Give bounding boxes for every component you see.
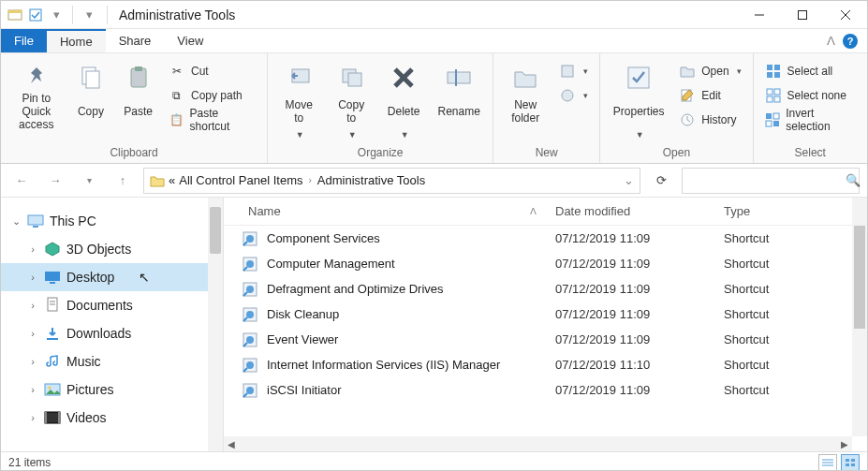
- new-folder-button[interactable]: New folder: [501, 57, 550, 126]
- up-button[interactable]: ↑: [110, 168, 136, 194]
- paste-shortcut-button[interactable]: 📋Paste shortcut: [165, 110, 259, 130]
- caret-down-icon[interactable]: ⌄: [10, 215, 22, 228]
- file-type: Shortcut: [724, 332, 867, 346]
- maximize-button[interactable]: [781, 1, 824, 29]
- svg-rect-16: [448, 72, 470, 83]
- svg-rect-34: [773, 121, 779, 126]
- file-name: Internet Information Services (IIS) Mana…: [267, 358, 555, 372]
- select-all-button[interactable]: Select all: [761, 61, 860, 81]
- svg-point-53: [246, 286, 254, 293]
- file-row[interactable]: Computer Management07/12/2019 11:09Short…: [224, 251, 867, 276]
- tab-share[interactable]: Share: [106, 29, 165, 52]
- column-name[interactable]: Name: [248, 204, 281, 218]
- breadcrumb[interactable]: « All Control Panel Items› Administrativ…: [143, 168, 640, 194]
- file-row[interactable]: Defragment and Optimize Drives07/12/2019…: [224, 276, 867, 302]
- breadcrumb-dropdown-icon[interactable]: ⌄: [624, 173, 634, 187]
- download-icon: [44, 325, 61, 342]
- this-pc-icon: [27, 213, 44, 229]
- paste-shortcut-icon: 📋: [169, 111, 184, 128]
- delete-button[interactable]: Delete▼: [380, 57, 427, 140]
- breadcrumb-parent[interactable]: All Control Panel Items: [179, 173, 302, 187]
- scissors-icon: ✂: [169, 63, 185, 80]
- cut-button[interactable]: ✂Cut: [165, 61, 259, 81]
- tree-scrollbar[interactable]: [208, 198, 223, 451]
- chevron-right-icon[interactable]: ›: [306, 175, 313, 185]
- breadcrumb-overflow[interactable]: «: [169, 173, 175, 187]
- file-row[interactable]: Event Viewer07/12/2019 11:09Shortcut: [224, 327, 867, 352]
- caret-right-icon[interactable]: ›: [27, 272, 38, 283]
- search-input[interactable]: [688, 173, 846, 187]
- file-type: Shortcut: [724, 383, 867, 397]
- tree-item-videos[interactable]: ›Videos: [1, 404, 223, 432]
- tab-home[interactable]: Home: [47, 29, 106, 52]
- easy-access-button[interactable]: ▾: [555, 85, 592, 106]
- tab-view[interactable]: View: [164, 29, 216, 52]
- copy-button[interactable]: Copy: [70, 57, 112, 126]
- list-vscrollbar[interactable]: [852, 198, 867, 436]
- copy-to-button[interactable]: Copy to▼: [328, 57, 375, 140]
- tree-item-3d-objects[interactable]: ›3D Objects: [1, 235, 223, 263]
- tree-item-documents[interactable]: ›Documents: [1, 291, 223, 319]
- file-date: 07/12/2019 11:09: [555, 257, 724, 271]
- select-none-button[interactable]: Select none: [761, 85, 860, 106]
- group-label-select: Select: [761, 144, 860, 163]
- rename-button[interactable]: Rename: [433, 57, 485, 126]
- tab-file[interactable]: File: [1, 29, 47, 52]
- file-row[interactable]: Internet Information Services (IIS) Mana…: [224, 352, 867, 377]
- tree-this-pc[interactable]: ⌄ This PC: [1, 207, 223, 235]
- qat-dropdown-icon[interactable]: ▾: [48, 7, 65, 23]
- caret-right-icon[interactable]: ›: [27, 300, 38, 311]
- caret-right-icon[interactable]: ›: [27, 243, 38, 255]
- new-item-button[interactable]: ▾: [555, 61, 592, 81]
- caret-right-icon[interactable]: ›: [27, 356, 38, 367]
- move-to-button[interactable]: Move to▼: [275, 57, 322, 140]
- properties-button[interactable]: Properties▼: [608, 57, 669, 140]
- copy-path-button[interactable]: ⧉Copy path: [165, 85, 259, 106]
- details-view-button[interactable]: [818, 454, 837, 471]
- search-icon[interactable]: 🔍: [846, 173, 861, 187]
- search-box[interactable]: 🔍: [682, 168, 860, 194]
- file-date: 07/12/2019 11:09: [555, 231, 724, 245]
- history-button[interactable]: History: [675, 110, 744, 130]
- open-button[interactable]: Open▾: [675, 61, 744, 81]
- tree-item-label: 3D Objects: [66, 242, 131, 257]
- collapse-ribbon-icon[interactable]: ᐱ: [827, 34, 835, 48]
- tree-item-music[interactable]: ›Music: [1, 347, 223, 375]
- file-list: Nameᐱ Date modified Type Component Servi…: [224, 198, 867, 451]
- caret-right-icon[interactable]: ›: [27, 328, 38, 339]
- svg-rect-28: [774, 89, 780, 95]
- column-date[interactable]: Date modified: [555, 204, 724, 218]
- minimize-button[interactable]: [738, 1, 781, 29]
- file-row[interactable]: Disk Cleanup07/12/2019 11:09Shortcut: [224, 302, 867, 327]
- column-headers[interactable]: Nameᐱ Date modified Type: [224, 198, 867, 226]
- tree-item-desktop[interactable]: ›Desktop↖: [1, 263, 223, 291]
- qat-overflow-icon[interactable]: ▾: [81, 7, 97, 23]
- caret-right-icon[interactable]: ›: [27, 384, 38, 395]
- column-type[interactable]: Type: [724, 204, 867, 218]
- help-icon[interactable]: ?: [843, 34, 858, 49]
- refresh-button[interactable]: ⟳: [648, 168, 674, 194]
- status-bar: 21 items: [1, 451, 867, 471]
- file-row[interactable]: iSCSI Initiator07/12/2019 11:09Shortcut: [224, 377, 867, 403]
- caret-right-icon[interactable]: ›: [27, 412, 38, 423]
- forward-button[interactable]: →: [42, 168, 68, 194]
- back-button[interactable]: ←: [8, 168, 35, 194]
- recent-locations-button[interactable]: ▾: [76, 168, 102, 194]
- list-hscrollbar[interactable]: ◀▶: [224, 436, 852, 451]
- file-row[interactable]: Component Services07/12/2019 11:09Shortc…: [224, 226, 867, 251]
- pin-to-quick-access-button[interactable]: Pin to Quick access: [8, 57, 65, 126]
- easy-access-icon: [559, 87, 576, 104]
- qat-properties-icon[interactable]: [27, 7, 44, 23]
- tree-item-label: Desktop: [66, 270, 114, 285]
- paste-button[interactable]: Paste: [117, 57, 159, 126]
- edit-button[interactable]: Edit: [675, 85, 744, 106]
- tree-item-pictures[interactable]: ›Pictures: [1, 375, 223, 404]
- invert-selection-button[interactable]: Invert selection: [761, 110, 860, 130]
- close-button[interactable]: [824, 1, 867, 29]
- new-folder-icon: [508, 61, 542, 95]
- svg-rect-18: [562, 66, 573, 77]
- tree-item-downloads[interactable]: ›Downloads: [1, 319, 223, 347]
- breadcrumb-current[interactable]: Administrative Tools: [317, 173, 425, 187]
- svg-rect-30: [774, 96, 780, 102]
- large-icons-view-button[interactable]: [841, 454, 860, 471]
